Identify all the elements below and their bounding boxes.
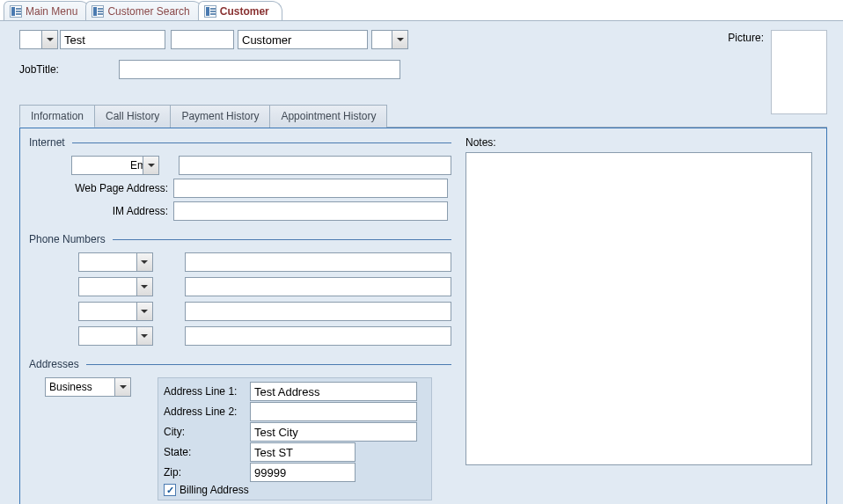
addr-line1-input[interactable] [250, 382, 417, 401]
phone-row-3 [29, 302, 451, 321]
im-row: IM Address: [29, 201, 451, 221]
addr-city-label: City: [164, 426, 248, 438]
email-input[interactable] [179, 156, 451, 175]
internet-group: Internet Email Web Page Address: [29, 136, 451, 221]
phone-input[interactable] [185, 277, 451, 296]
addr-state-label: State: [164, 446, 248, 458]
inner-tabs: Information Call History Payment History… [19, 104, 827, 128]
group-label: Phone Numbers [29, 233, 106, 245]
phone-input[interactable] [185, 302, 451, 321]
job-title-input[interactable] [119, 60, 400, 79]
phone-type-combo[interactable] [78, 326, 153, 346]
notes-textarea[interactable] [465, 152, 812, 465]
addr-zip-row: Zip: [164, 463, 426, 482]
tab-label: Customer Search [107, 5, 189, 18]
divider [113, 239, 451, 240]
group-label: Addresses [29, 358, 79, 370]
address-type-combo[interactable]: Business [45, 377, 131, 397]
group-header-addresses: Addresses [29, 358, 451, 370]
addr-city-row: City: [164, 422, 426, 442]
addr-zip-input[interactable] [250, 463, 356, 482]
addresses-group: Addresses Business Address Line 1: [29, 358, 451, 500]
group-header-internet: Internet [29, 136, 451, 149]
address-panel: Address Line 1: Address Line 2: City: [158, 377, 432, 500]
tab-label: Customer [220, 5, 269, 18]
job-title-label: JobTitle: [19, 63, 59, 76]
phone-row-4 [29, 326, 451, 346]
phone-type-combo[interactable] [78, 252, 153, 272]
address-row: Business Address Line 1: Address Line 2: [29, 377, 451, 500]
tab-customer-search[interactable]: Customer Search [85, 1, 202, 20]
web-label: Web Page Address: [29, 182, 172, 194]
right-column: Notes: [465, 136, 812, 500]
addr-line2-input[interactable] [250, 402, 417, 421]
last-name-input[interactable] [238, 30, 368, 49]
divider [86, 364, 451, 365]
picture-block: Picture: [728, 30, 827, 114]
left-column: Internet Email Web Page Address: [29, 136, 451, 500]
name-fields [19, 30, 408, 49]
billing-label: Billing Address [180, 484, 249, 496]
phone-input[interactable] [185, 252, 451, 272]
im-input[interactable] [173, 201, 448, 221]
addr-state-row: State: [164, 442, 426, 462]
group-label: Internet [29, 136, 65, 149]
phone-group: Phone Numbers [29, 233, 451, 346]
addr-state-input[interactable] [250, 442, 356, 462]
group-header-phone: Phone Numbers [29, 233, 451, 245]
billing-row: Billing Address [164, 484, 426, 496]
picture-box[interactable] [771, 30, 827, 114]
email-type-combo[interactable]: Email [71, 156, 159, 175]
dropdown-icon[interactable] [392, 31, 407, 48]
job-title-row: JobTitle: [19, 60, 827, 79]
phone-row-1 [29, 252, 451, 272]
first-name-input[interactable] [60, 30, 165, 49]
addr-line1-row: Address Line 1: [164, 382, 426, 401]
tab-call-history[interactable]: Call History [94, 105, 171, 128]
divider [72, 142, 451, 143]
dropdown-icon[interactable] [136, 253, 152, 271]
phone-input[interactable] [185, 326, 451, 346]
prefix-combo[interactable] [19, 30, 58, 49]
dropdown-icon[interactable] [143, 157, 158, 174]
web-row: Web Page Address: [29, 179, 451, 198]
billing-checkbox[interactable] [164, 484, 176, 496]
dropdown-icon[interactable] [136, 278, 152, 296]
tab-label: Main Menu [26, 5, 77, 18]
form-icon [10, 5, 22, 18]
addr-line2-label: Address Line 2: [164, 405, 248, 418]
tab-payment-history[interactable]: Payment History [170, 105, 270, 128]
suffix-combo[interactable] [371, 30, 408, 49]
notes-label: Notes: [465, 136, 812, 149]
tab-content: Internet Email Web Page Address: [19, 128, 827, 504]
form-icon [92, 5, 104, 18]
tab-main-menu[interactable]: Main Menu [4, 1, 91, 20]
dropdown-icon[interactable] [41, 31, 57, 48]
name-row: Picture: [19, 30, 827, 49]
form-icon [204, 5, 216, 18]
dropdown-icon[interactable] [136, 303, 152, 320]
phone-row-2 [29, 277, 451, 296]
addr-line2-row: Address Line 2: [164, 402, 426, 421]
email-row: Email [29, 156, 451, 175]
addr-zip-label: Zip: [164, 466, 248, 478]
phone-type-combo[interactable] [78, 277, 153, 296]
addr-city-input[interactable] [250, 422, 417, 442]
tab-appointment-history[interactable]: Appointment History [269, 105, 387, 128]
dropdown-icon[interactable] [114, 378, 130, 396]
middle-name-input[interactable] [171, 30, 234, 49]
addr-line1-label: Address Line 1: [164, 385, 248, 398]
form-area: Picture: JobTitle: Information Call Hist… [0, 21, 843, 504]
im-label: IM Address: [29, 205, 172, 217]
tab-information[interactable]: Information [19, 105, 95, 128]
tab-customer[interactable]: Customer [198, 1, 282, 20]
window-tabs: Main Menu Customer Search Customer [0, 0, 843, 21]
web-input[interactable] [173, 179, 448, 198]
phone-type-combo[interactable] [78, 302, 153, 321]
dropdown-icon[interactable] [136, 327, 152, 345]
picture-label: Picture: [728, 30, 764, 44]
